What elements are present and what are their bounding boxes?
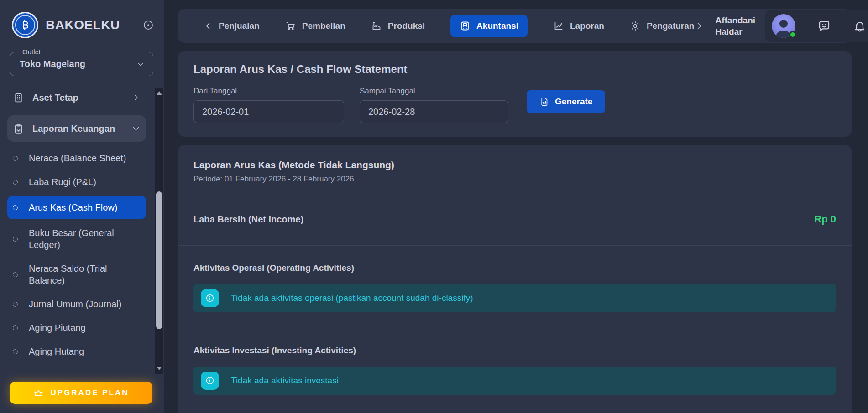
upgrade-plan-button[interactable]: UPGRADE PLAN [10,382,152,404]
sidebar-item-aset-tetap[interactable]: Aset Tetap [7,85,146,110]
filter-card: Laporan Arus Kas / Cash Flow Statement D… [178,51,852,137]
generate-button[interactable]: Generate [527,90,605,113]
file-chart-icon [539,97,549,107]
brand-header: BAKOELKU [0,0,164,38]
crown-icon [33,388,44,398]
report-header: Laporan Arus Kas (Metode Tidak Langsung)… [178,145,852,193]
chevron-right-icon [131,93,141,102]
chevron-left-icon [204,21,213,31]
sidebar-subitem-label: Laba Rugi (P&L) [29,176,96,188]
sidebar-menu: Aset Tetap Laporan Keuangan Neraca (Bala… [7,85,146,363]
nav-item-penjualan[interactable]: Penjualan [204,21,260,31]
operating-empty-message: Tidak ada aktivitas operasi (pastikan ac… [231,293,473,303]
nav-item-produksi[interactable]: Produksi [371,21,425,31]
sidebar: BAKOELKU Outlet Toko Magelang Aset Tetap [0,0,164,413]
report-periode: Periode: 01 February 2026 - 28 February … [193,175,836,184]
scrollbar-thumb[interactable] [156,191,162,329]
nav-right-group: Affandani Haidar [694,10,868,42]
bullet-icon [13,302,18,307]
info-icon [201,289,219,307]
filter-row: Dari Tanggal Sampai Tanggal Generate [193,87,836,123]
bullet-icon [13,237,18,242]
sidebar-subitem-buku-besar[interactable]: Buku Besar (General Ledger) [7,221,146,257]
nav-label: Laporan [570,21,604,31]
sidebar-subitem-aging-piutang[interactable]: Aging Piutang [7,316,146,340]
net-income-value: Rp 0 [814,213,836,225]
online-status-dot [789,31,796,38]
from-date-group: Dari Tanggal [193,87,344,123]
sidebar-scrollbar[interactable] [155,88,163,374]
nav-item-pengaturan[interactable]: Pengaturan [630,21,695,31]
sidebar-subitem-aging-hutang[interactable]: Aging Hutang [7,340,146,363]
sidebar-item-laporan-keuangan[interactable]: Laporan Keuangan [7,115,146,142]
net-income-label: Laba Bersih (Net Income) [193,214,303,225]
gear-icon [630,21,641,31]
bullet-icon [13,272,18,277]
sidebar-subitem-arus-kas[interactable]: Arus Kas (Cash Flow) [7,196,146,219]
user-name: Affandani Haidar [715,15,755,37]
cart-icon [285,21,296,31]
bitcoin-logo-icon [12,12,38,38]
sidebar-subitem-label: Aging Hutang [29,346,84,357]
upgrade-plan-label: UPGRADE PLAN [50,388,129,398]
sidebar-item-label: Laporan Keuangan [32,124,115,134]
scroll-down-arrow[interactable] [155,364,163,373]
nav-item-pembelian[interactable]: Pembelian [285,21,345,31]
nav-item-laporan[interactable]: Laporan [553,21,604,31]
clipboard-chart-icon [13,123,24,134]
from-date-input[interactable] [193,100,344,123]
chevron-right-icon[interactable] [694,21,704,31]
nav-label: Produksi [388,21,425,31]
nav-label: Pengaturan [647,21,695,31]
sidebar-subitem-label: Arus Kas (Cash Flow) [29,201,118,213]
line-chart-icon [553,21,564,31]
sidebar-subitem-label: Neraca Saldo (Trial Balance) [29,263,141,286]
sidebar-item-label: Aset Tetap [32,93,78,103]
net-income-row: Laba Bersih (Net Income) Rp 0 [178,193,852,245]
bullet-icon [13,180,18,185]
outlet-label: Outlet [19,48,44,56]
bullet-icon [13,156,18,161]
bullet-icon [13,205,18,210]
chat-bubble-icon[interactable] [817,19,831,33]
sidebar-subitem-label: Aging Piutang [29,322,86,334]
nav-label: Pembelian [302,21,345,31]
circle-dot-icon[interactable] [142,19,154,31]
bullet-icon [13,325,18,330]
investing-empty-message: Tidak ada aktivitas investasi [231,376,339,386]
outlet-select[interactable]: Outlet Toko Magelang [10,52,153,76]
user-tools [765,10,868,42]
sidebar-subitem-jurnal-umum[interactable]: Jurnal Umum (Journal) [7,292,146,316]
page-title: Laporan Arus Kas / Cash Flow Statement [193,63,836,76]
top-navbar: Penjualan Pembelian Produksi Akuntansi [178,9,852,43]
operating-empty-banner: Tidak ada aktivitas operasi (pastikan ac… [193,284,836,312]
info-icon [201,372,219,390]
generate-label: Generate [555,97,592,107]
sidebar-subitem-laba-rugi[interactable]: Laba Rugi (P&L) [7,170,146,194]
chevron-down-icon [136,59,146,69]
nav-label: Penjualan [219,21,260,31]
nav-label: Akuntansi [476,21,518,31]
outlet-value: Toko Magelang [10,52,153,75]
main-area: Penjualan Pembelian Produksi Akuntansi [164,0,868,413]
sidebar-subitem-label: Jurnal Umum (Journal) [29,298,121,310]
scroll-up-arrow[interactable] [155,88,163,98]
investing-empty-banner: Tidak ada aktivitas investasi [193,367,836,395]
nav-item-akuntansi[interactable]: Akuntansi [450,15,528,37]
nav-items: Penjualan Pembelian Produksi Akuntansi [204,15,694,37]
from-date-label: Dari Tanggal [193,87,344,96]
sidebar-subitem-neraca-saldo[interactable]: Neraca Saldo (Trial Balance) [7,257,146,292]
calculator-icon [460,21,471,31]
to-date-input[interactable] [360,100,508,123]
sidebar-subitem-neraca[interactable]: Neraca (Balance Sheet) [7,146,146,170]
report-title: Laporan Arus Kas (Metode Tidak Langsung) [193,160,836,170]
bell-icon[interactable] [853,19,867,33]
sidebar-subitem-label: Neraca (Balance Sheet) [29,152,126,164]
avatar[interactable] [772,14,795,38]
to-date-group: Sampai Tanggal [360,87,508,123]
operating-activities-section: Aktivitas Operasi (Operating Activities)… [178,246,852,328]
bullet-icon [13,349,18,354]
sidebar-subitem-label: Buku Besar (General Ledger) [29,227,141,251]
factory-icon [371,21,382,31]
cash-flow-report-card: Laporan Arus Kas (Metode Tidak Langsung)… [178,145,852,413]
